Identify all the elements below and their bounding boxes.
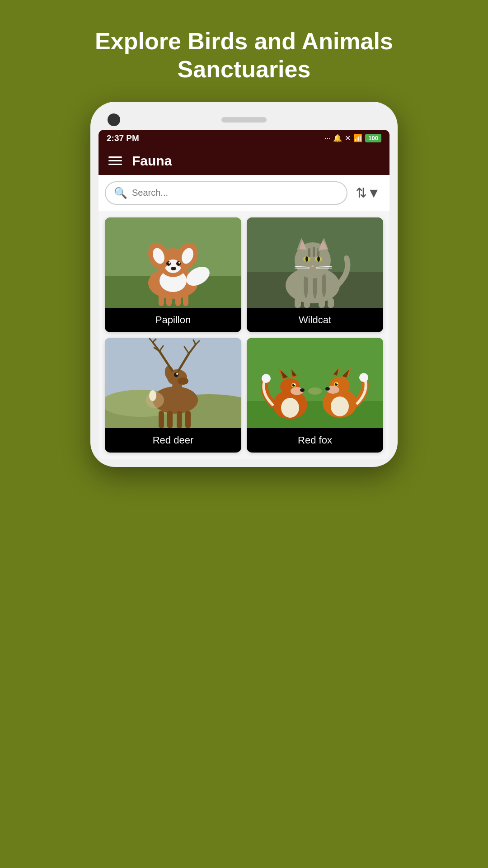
notification-icon: 🔔: [333, 134, 342, 142]
search-box[interactable]: 🔍: [105, 181, 347, 205]
search-filter-row: 🔍 ⇅▼: [99, 175, 389, 211]
animal-label-red-deer: Red deer: [105, 428, 241, 453]
app-toolbar: Fauna: [99, 147, 389, 175]
svg-point-81: [300, 388, 305, 392]
svg-point-13: [178, 262, 180, 264]
status-icons: ··· 🔔 ✕ 📶 100: [324, 134, 381, 142]
svg-rect-16: [166, 293, 172, 306]
svg-rect-69: [159, 411, 164, 428]
svg-rect-28: [313, 247, 315, 257]
animal-label-papillon: Papillon: [105, 308, 241, 332]
svg-point-94: [325, 387, 330, 391]
svg-point-54: [178, 377, 188, 385]
svg-point-37: [317, 256, 320, 262]
animals-grid: Papillon: [99, 211, 389, 459]
animal-label-wildcat: Wildcat: [247, 308, 383, 332]
svg-point-103: [308, 387, 322, 395]
animal-image-papillon: [105, 217, 241, 308]
phone-frame: 2:37 PM ··· 🔔 ✕ 📶 100 Fauna 🔍: [90, 102, 398, 467]
svg-rect-71: [177, 411, 182, 428]
svg-point-89: [262, 374, 271, 383]
svg-point-10: [166, 261, 171, 266]
animal-card-papillon[interactable]: Papillon: [105, 217, 241, 332]
svg-point-11: [176, 261, 181, 266]
svg-rect-15: [159, 293, 164, 306]
page-heading: Explore Birds and Animals Sanctuaries: [0, 0, 488, 102]
svg-point-102: [359, 373, 368, 382]
status-time: 2:37 PM: [107, 133, 139, 143]
svg-rect-72: [185, 411, 191, 428]
animal-card-wildcat[interactable]: Wildcat: [247, 217, 383, 332]
phone-camera: [108, 113, 120, 126]
wifi-icon: 📶: [353, 134, 362, 142]
hamburger-menu-button[interactable]: [108, 156, 122, 165]
animal-image-wildcat: [247, 217, 383, 308]
svg-point-84: [294, 383, 296, 385]
phone-screen: 2:37 PM ··· 🔔 ✕ 📶 100 Fauna 🔍: [99, 130, 389, 459]
svg-rect-17: [175, 293, 181, 306]
animal-image-red-fox: [247, 338, 383, 428]
status-bar: 2:37 PM ··· 🔔 ✕ 📶 100: [99, 130, 389, 147]
svg-rect-46: [328, 298, 334, 308]
svg-rect-70: [167, 411, 173, 428]
phone-notch: [99, 110, 389, 130]
svg-rect-27: [308, 248, 310, 257]
close-icon: ✕: [345, 134, 351, 142]
app-title: Fauna: [132, 153, 172, 169]
animal-card-red-deer[interactable]: Red deer: [105, 338, 241, 453]
animal-card-red-fox[interactable]: Red fox: [247, 338, 383, 453]
svg-point-56: [176, 373, 178, 375]
svg-point-12: [169, 262, 170, 264]
svg-point-36: [305, 256, 308, 262]
svg-rect-76: [247, 401, 383, 428]
search-icon: 🔍: [114, 187, 127, 199]
svg-rect-45: [319, 298, 325, 308]
search-input[interactable]: [132, 188, 338, 198]
sort-filter-button[interactable]: ⇅▼: [353, 182, 383, 203]
battery-level: 100: [365, 134, 381, 142]
animal-label-red-fox: Red fox: [247, 428, 383, 453]
phone-speaker: [221, 117, 267, 123]
svg-point-78: [281, 398, 299, 418]
svg-rect-44: [304, 298, 310, 308]
svg-point-74: [149, 390, 156, 401]
animal-image-red-deer: [105, 338, 241, 428]
svg-point-97: [337, 382, 338, 384]
svg-rect-18: [183, 293, 188, 306]
svg-point-14: [171, 267, 176, 270]
svg-rect-43: [295, 298, 301, 308]
svg-point-91: [331, 396, 349, 416]
svg-point-55: [174, 373, 178, 377]
more-icon: ···: [324, 134, 330, 142]
